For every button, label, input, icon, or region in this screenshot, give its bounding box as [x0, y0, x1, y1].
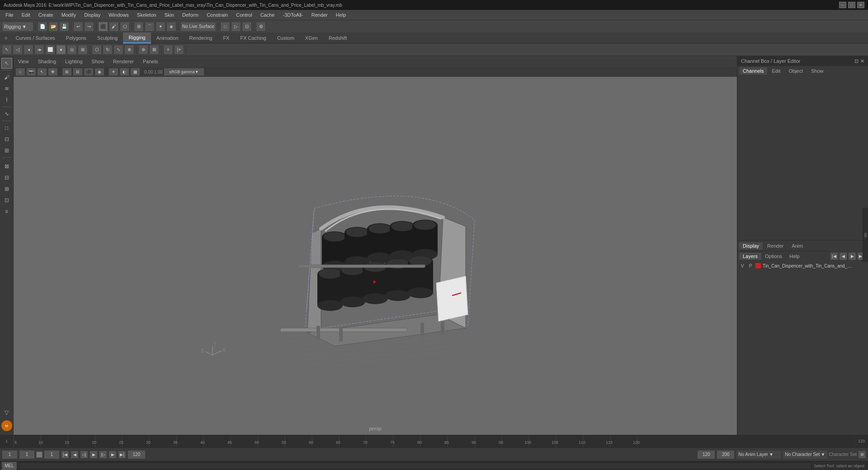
- sidebar-toggle[interactable]: ≡: [2, 35, 10, 41]
- attr-editor-toggle[interactable]: AE: [863, 208, 868, 262]
- layer-ref[interactable]: P: [747, 263, 754, 269]
- vp-menu-shading[interactable]: Shading: [35, 58, 59, 65]
- lasso-button[interactable]: ⬡: [120, 22, 130, 32]
- prev-frame-btn[interactable]: ◀: [71, 451, 79, 459]
- mode-dropdown[interactable]: Rigging ▼: [2, 22, 33, 32]
- menu-deform[interactable]: Deform: [179, 11, 202, 19]
- go-end-btn[interactable]: ▶|: [118, 451, 126, 459]
- tab-edit[interactable]: Edit: [768, 67, 784, 75]
- timeline[interactable]: 1 5 10 15 20 25 30 35 40 45 50 55: [0, 435, 868, 447]
- render-btn-3[interactable]: ⊡: [242, 22, 252, 32]
- left-tool-extra-3[interactable]: ⊞: [1, 183, 12, 194]
- panel-close-btn[interactable]: ✕: [860, 58, 864, 64]
- tab-channels[interactable]: Channels: [739, 67, 767, 75]
- menu-windows[interactable]: Windows: [105, 11, 132, 19]
- tab-anim[interactable]: Anim: [788, 242, 807, 249]
- vp-smooth-btn[interactable]: ◉: [94, 68, 104, 76]
- redo-button[interactable]: ↪: [84, 22, 94, 32]
- multi-select-btn[interactable]: ◃▸: [34, 45, 44, 55]
- vp-solid-btn[interactable]: ⬛: [84, 68, 94, 76]
- tool-btn-6[interactable]: ●: [56, 45, 66, 55]
- tab-layers[interactable]: Layers: [739, 253, 761, 260]
- new-file-button[interactable]: 📄: [38, 22, 47, 32]
- render-btn-1[interactable]: □: [220, 22, 230, 32]
- scale-btn[interactable]: ⤡: [113, 45, 123, 55]
- menu-cache[interactable]: Cache: [257, 11, 278, 19]
- crease-tool-btn[interactable]: ⌇: [1, 94, 12, 105]
- bottom-settings-btn[interactable]: ⚙: [858, 451, 866, 459]
- layer-item[interactable]: V P Tin_Can_Dispencer_with_Tin_Cans_and_…: [737, 261, 868, 271]
- vp-menu-show[interactable]: Show: [89, 58, 107, 65]
- snap-point-button[interactable]: ✦: [156, 22, 165, 32]
- vp-home-btn[interactable]: ⌂: [15, 68, 25, 76]
- curve-tool-btn[interactable]: ∿: [1, 108, 12, 119]
- hotbox-btn[interactable]: M: [1, 420, 12, 431]
- tab-animation[interactable]: Animation: [151, 33, 184, 43]
- paint-button[interactable]: 🖌: [109, 22, 119, 32]
- tab-fx[interactable]: FX: [217, 33, 235, 43]
- tab-display[interactable]: Display: [739, 242, 763, 249]
- menu-edit[interactable]: Edit: [18, 11, 34, 19]
- menu-skeleton[interactable]: Skeleton: [133, 11, 160, 19]
- left-tool-extra-4[interactable]: ⊡: [1, 195, 12, 206]
- snap-curve-button[interactable]: ⌒: [145, 22, 155, 32]
- paint-tool-btn[interactable]: 🖌: [1, 72, 12, 83]
- prev-key-btn[interactable]: ◁|: [80, 451, 88, 459]
- menu-skin[interactable]: Skin: [161, 11, 178, 19]
- ik-tool-btn[interactable]: ⊡: [1, 134, 12, 145]
- menu-3dtoall[interactable]: -3DToAll-: [279, 11, 307, 19]
- no-live-surface-button[interactable]: No Live Surface: [180, 22, 216, 32]
- snap-surface-button[interactable]: ◈: [166, 22, 176, 32]
- play-btn[interactable]: ▶: [90, 451, 98, 459]
- vp-menu-renderer[interactable]: Renderer: [110, 58, 137, 65]
- tab-custom[interactable]: Custom: [272, 33, 300, 43]
- vp-menu-view[interactable]: View: [15, 58, 32, 65]
- undo-button[interactable]: ↩: [73, 22, 83, 32]
- paint-select-btn[interactable]: ◂: [24, 45, 33, 55]
- playback-max-input[interactable]: 200: [717, 450, 735, 459]
- next-key-btn[interactable]: |▷: [99, 451, 107, 459]
- anim-layer-dropdown[interactable]: No Anim Layer ▼: [736, 450, 781, 459]
- vp-cam-btn[interactable]: 📷: [26, 68, 36, 76]
- tab-rendering[interactable]: Rendering: [184, 33, 218, 43]
- symmetry-btn[interactable]: ⊠: [149, 45, 159, 55]
- range-start-input[interactable]: 1: [44, 450, 60, 459]
- vp-texture-btn[interactable]: ▦: [130, 68, 140, 76]
- menu-control[interactable]: Control: [232, 11, 255, 19]
- panel-float-btn[interactable]: ⊡: [854, 58, 859, 64]
- render-settings-btn[interactable]: ⚙: [256, 22, 266, 32]
- left-tool-extra-2[interactable]: ⊟: [1, 172, 12, 183]
- render-btn-2[interactable]: ▷: [231, 22, 241, 32]
- snap-align-btn[interactable]: +: [163, 45, 173, 55]
- playback-end-input[interactable]: 120: [697, 450, 715, 459]
- grid-tool-btn[interactable]: ⊞: [1, 145, 12, 156]
- tab-fx-caching[interactable]: FX Caching: [235, 33, 271, 43]
- menu-help[interactable]: Help: [332, 11, 350, 19]
- tab-show[interactable]: Show: [807, 67, 827, 75]
- tool-btn-5[interactable]: ⬜: [45, 45, 55, 55]
- transform-btn[interactable]: ⬡: [92, 45, 102, 55]
- maximize-button[interactable]: □: [848, 2, 855, 8]
- close-button[interactable]: ✕: [857, 2, 864, 8]
- tab-options[interactable]: Options: [761, 253, 786, 260]
- layer-nav-prev[interactable]: ◀: [839, 252, 847, 260]
- tab-help[interactable]: Help: [786, 253, 803, 260]
- tab-sculpting[interactable]: Sculpting: [92, 33, 123, 43]
- open-file-button[interactable]: 📂: [48, 22, 58, 32]
- menu-constrain[interactable]: Constrain: [203, 11, 231, 19]
- playback-range-start-marker[interactable]: [36, 451, 42, 458]
- tab-rigging[interactable]: Rigging: [123, 33, 151, 43]
- vp-menu-panels[interactable]: Panels: [140, 58, 161, 65]
- menu-file[interactable]: File: [2, 11, 17, 19]
- menu-create[interactable]: Create: [35, 11, 57, 19]
- mel-python-toggle[interactable]: MEL: [2, 462, 17, 470]
- select-mode-button[interactable]: ⬛: [98, 22, 108, 32]
- tab-object[interactable]: Object: [785, 67, 807, 75]
- left-tool-extra-5[interactable]: ≡: [1, 206, 12, 217]
- vp-light-btn[interactable]: ☀: [108, 68, 118, 76]
- select-tool-btn[interactable]: ↖: [1, 58, 12, 69]
- vp-select-btn[interactable]: ↖: [37, 68, 47, 76]
- align-btn[interactable]: |+: [174, 45, 184, 55]
- menu-render[interactable]: Render: [308, 11, 331, 19]
- command-input[interactable]: [18, 462, 811, 470]
